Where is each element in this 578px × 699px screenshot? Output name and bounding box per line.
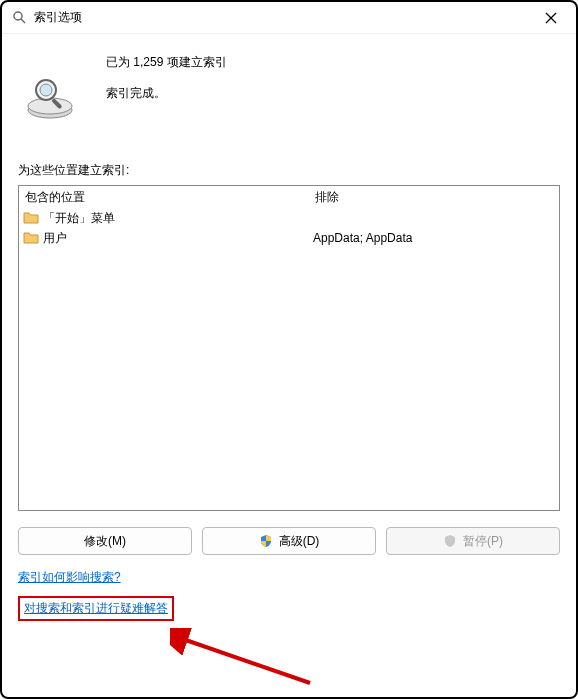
help-link-row: 索引如何影响搜索? <box>18 569 560 586</box>
troubleshoot-link[interactable]: 对搜索和索引进行疑难解答 <box>24 600 168 617</box>
svg-point-0 <box>14 12 22 20</box>
indexed-count: 已为 1,259 项建立索引 <box>106 54 227 71</box>
index-status: 索引完成。 <box>106 85 227 102</box>
list-item[interactable]: 用户 AppData; AppData <box>19 228 559 248</box>
header-excluded[interactable]: 排除 <box>309 186 559 208</box>
index-status-icon <box>22 66 78 122</box>
list-body: 「开始」菜单 用户 AppData; AppData <box>19 208 559 510</box>
window-title: 索引选项 <box>34 9 536 26</box>
shield-icon <box>259 534 273 548</box>
excluded-value: AppData; AppData <box>309 231 559 245</box>
pause-button: 暂停(P) <box>386 527 560 555</box>
folder-icon <box>23 230 39 246</box>
svg-point-7 <box>40 84 52 96</box>
list-item[interactable]: 「开始」菜单 <box>19 208 559 228</box>
advanced-button[interactable]: 高级(D) <box>202 527 376 555</box>
status-text: 已为 1,259 项建立索引 索引完成。 <box>106 48 227 102</box>
header-included[interactable]: 包含的位置 <box>19 186 309 208</box>
app-icon <box>12 10 28 26</box>
troubleshoot-highlight: 对搜索和索引进行疑难解答 <box>18 596 174 621</box>
status-section: 已为 1,259 项建立索引 索引完成。 <box>18 48 560 122</box>
included-name: 「开始」菜单 <box>43 210 115 227</box>
svg-point-5 <box>28 98 72 114</box>
titlebar: 索引选项 <box>2 2 576 34</box>
locations-label: 为这些位置建立索引: <box>18 162 560 179</box>
svg-line-1 <box>21 19 25 23</box>
locations-list: 包含的位置 排除 「开始」菜单 <box>18 185 560 511</box>
included-name: 用户 <box>43 230 67 247</box>
button-row: 修改(M) 高级(D) 暂停(P) <box>18 527 560 555</box>
list-header: 包含的位置 排除 <box>19 186 559 208</box>
content-area: 已为 1,259 项建立索引 索引完成。 为这些位置建立索引: 包含的位置 排除… <box>2 34 576 697</box>
shield-icon <box>443 534 457 548</box>
close-button[interactable] <box>536 6 566 30</box>
modify-button[interactable]: 修改(M) <box>18 527 192 555</box>
how-indexing-affects-link[interactable]: 索引如何影响搜索? <box>18 569 121 586</box>
indexing-options-window: 索引选项 已为 1,259 项建立索引 索引完成。 为这些位置建立索引: <box>0 0 578 699</box>
folder-icon <box>23 210 39 226</box>
